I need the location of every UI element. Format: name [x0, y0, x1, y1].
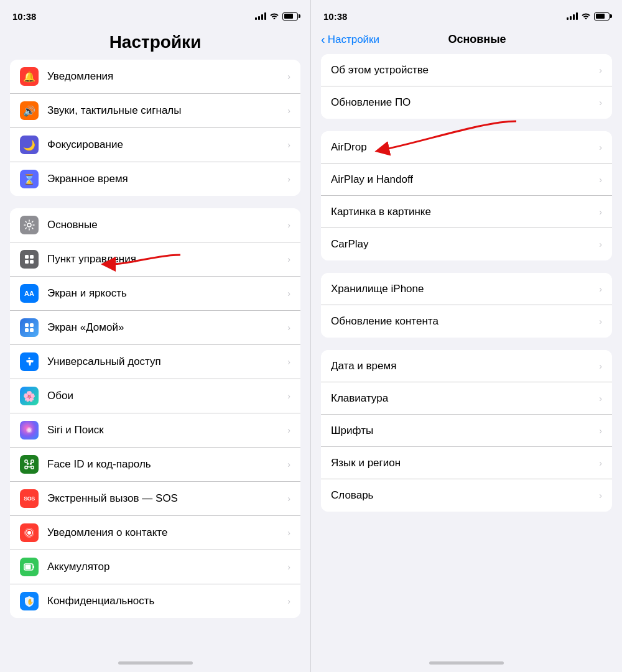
sidebar-item-sos[interactable]: SOS Экстренный вызов — SOS › [10, 482, 300, 516]
left-panel: 10:38 Настройки 🔔 [0, 0, 311, 672]
svg-rect-3 [25, 260, 29, 264]
control-center-label: Пункт управления [47, 253, 282, 265]
sidebar-item-sounds[interactable]: 🔊 Звуки, тактильные сигналы › [10, 94, 300, 128]
right-item-pip[interactable]: Картинка в картинке › [321, 196, 612, 228]
right-item-carplay[interactable]: CarPlay › [321, 228, 612, 260]
screen-time-label: Экранное время [47, 173, 282, 185]
siri-label: Siri и Поиск [47, 424, 282, 436]
sidebar-item-accessibility[interactable]: Универсальный доступ › [10, 345, 300, 379]
status-time-left: 10:38 [12, 11, 36, 22]
right-item-language[interactable]: Язык и регион › [321, 447, 612, 479]
svg-point-11 [27, 428, 31, 432]
content-update-chevron: › [599, 316, 602, 326]
contact-notify-label: Уведомления о контакте [47, 527, 282, 539]
right-item-airplay[interactable]: AirPlay и Handoff › [321, 163, 612, 196]
pip-chevron: › [599, 207, 602, 217]
right-item-datetime[interactable]: Дата и время › [321, 350, 612, 382]
right-item-iphone-storage[interactable]: Хранилище iPhone › [321, 273, 612, 305]
battery-label: Аккумулятор [47, 561, 282, 573]
sidebar-item-display[interactable]: AA Экран и яркость › [10, 277, 300, 311]
faceid-icon [20, 455, 39, 474]
home-indicator-left [0, 653, 310, 672]
sounds-label: Звуки, тактильные сигналы [47, 104, 282, 117]
back-chevron-icon: ‹ [321, 32, 325, 47]
sidebar-item-notifications[interactable]: 🔔 Уведомления › [10, 60, 300, 94]
right-item-software-update[interactable]: Обновление ПО › [321, 86, 612, 119]
privacy-label: Конфиденциальность [47, 595, 282, 607]
right-item-dictionary[interactable]: Словарь › [321, 479, 612, 512]
sounds-chevron: › [287, 106, 290, 116]
svg-rect-1 [25, 255, 29, 259]
faceid-label: Face ID и код-пароль [47, 458, 282, 471]
right-item-content-update[interactable]: Обновление контента › [321, 305, 612, 338]
right-header: ‹ Настройки Основные [311, 27, 622, 54]
svg-rect-12 [25, 460, 27, 463]
right-phone-panel: 10:38 ‹ Настройки Основные [311, 0, 622, 672]
airdrop-chevron: › [599, 142, 602, 152]
wifi-icon-right [581, 11, 591, 21]
right-item-keyboard[interactable]: Клавиатура › [321, 382, 612, 415]
sidebar-item-wallpaper[interactable]: 🌸 Обои › [10, 379, 300, 413]
wallpaper-chevron: › [287, 391, 290, 401]
about-chevron: › [599, 65, 602, 75]
sidebar-item-contact-notify[interactable]: Уведомления о контакте › [10, 516, 300, 550]
right-item-fonts[interactable]: Шрифты › [321, 415, 612, 447]
svg-rect-8 [30, 328, 34, 332]
left-page-title-bar: Настройки [0, 27, 310, 60]
sidebar-item-home-screen[interactable]: Экран «Домой» › [10, 311, 300, 345]
right-settings-group-3: Хранилище iPhone › Обновление контента › [321, 273, 612, 338]
contact-notify-chevron: › [287, 528, 290, 538]
right-item-about[interactable]: Об этом устройстве › [321, 54, 612, 86]
battery-chevron: › [287, 562, 290, 572]
airplay-chevron: › [599, 175, 602, 185]
svg-point-18 [27, 531, 31, 535]
carplay-chevron: › [599, 239, 602, 249]
svg-rect-7 [25, 328, 29, 332]
status-bar-left: 10:38 [0, 0, 310, 27]
sidebar-item-siri[interactable]: Siri и Поиск › [10, 413, 300, 448]
right-settings-group-2: AirDrop › AirPlay и Handoff › Картинка в… [321, 131, 612, 260]
svg-rect-13 [31, 460, 34, 463]
status-time-right: 10:38 [323, 11, 347, 22]
sidebar-item-focus[interactable]: 🌙 Фокусирование › [10, 128, 300, 162]
airplay-label: AirPlay и Handoff [331, 173, 599, 186]
settings-group-1: 🔔 Уведомления › 🔊 Звуки, тактильные сигн… [10, 60, 300, 196]
sounds-icon: 🔊 [20, 101, 39, 120]
content-update-label: Обновление контента [331, 315, 599, 328]
display-icon: AA [20, 284, 39, 303]
right-item-airdrop[interactable]: AirDrop › [321, 131, 612, 163]
svg-rect-22 [26, 565, 31, 569]
svg-point-17 [30, 463, 32, 464]
dictionary-chevron: › [599, 490, 602, 500]
svg-point-9 [29, 357, 30, 359]
battery-icon [282, 12, 298, 21]
faceid-chevron: › [287, 459, 290, 469]
sidebar-item-general[interactable]: Основные › [10, 208, 300, 242]
control-center-icon [20, 250, 39, 269]
sidebar-item-battery[interactable]: Аккумулятор › [10, 550, 300, 584]
sos-icon: SOS [20, 489, 39, 508]
right-settings-group-4: Дата и время › Клавиатура › Шрифты › Язы… [321, 350, 612, 512]
svg-text:✋: ✋ [27, 598, 34, 605]
datetime-label: Дата и время [331, 360, 599, 372]
notifications-chevron: › [287, 71, 290, 81]
sidebar-item-faceid[interactable]: Face ID и код-пароль › [10, 448, 300, 482]
sidebar-item-privacy[interactable]: ✋ Конфиденциальность › [10, 584, 300, 618]
sidebar-item-screen-time[interactable]: ⌛ Экранное время › [10, 162, 300, 196]
back-label: Настройки [328, 34, 379, 46]
svg-rect-14 [25, 466, 27, 469]
left-page-title: Настройки [12, 32, 298, 52]
sidebar-item-control-center[interactable]: Пункт управления › [10, 242, 300, 277]
left-phone-panel: 10:38 Настройки 🔔 [0, 0, 311, 672]
svg-rect-23 [33, 566, 34, 568]
screen-time-chevron: › [287, 174, 290, 184]
keyboard-label: Клавиатура [331, 392, 599, 405]
home-screen-icon [20, 318, 39, 337]
back-button[interactable]: ‹ Настройки [321, 32, 379, 47]
iphone-storage-chevron: › [599, 284, 602, 294]
home-screen-chevron: › [287, 323, 290, 333]
wallpaper-icon: 🌸 [20, 387, 39, 405]
contact-notify-icon [20, 523, 39, 542]
airdrop-label: AirDrop [331, 141, 599, 154]
iphone-storage-label: Хранилище iPhone [331, 283, 599, 295]
